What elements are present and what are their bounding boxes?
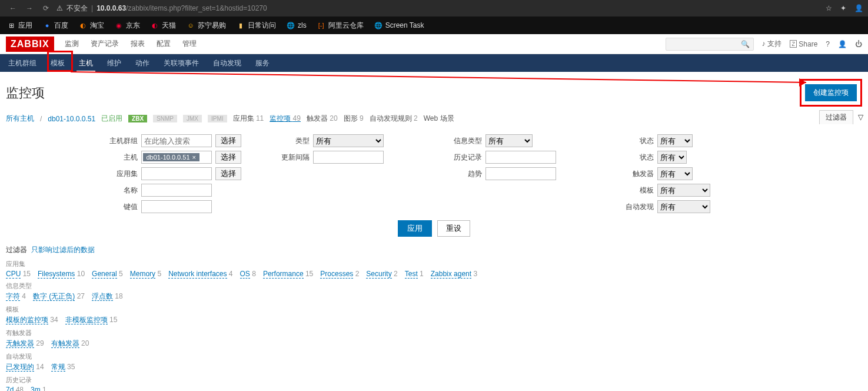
filter-interval-input[interactable] <box>313 151 384 164</box>
filter-template-select[interactable]: 所有 <box>657 184 710 197</box>
filter-app-input[interactable] <box>141 167 212 180</box>
bookmark-tmall[interactable]: ◐天猫 <box>151 21 176 31</box>
bookmark-baidu[interactable]: ●百度 <box>43 21 68 31</box>
subfilter-item[interactable]: 已发现的 <box>6 363 34 372</box>
filter-type-select[interactable]: 所有 <box>313 134 384 147</box>
filter-hostgroup-input[interactable] <box>141 134 212 147</box>
bc-graphs[interactable]: 图形 9 <box>344 114 364 124</box>
bookmark-suning[interactable]: ☺苏宁易购 <box>187 21 226 31</box>
subfilter-item[interactable]: 数字 (无正负) <box>33 292 75 301</box>
subfilter-item[interactable]: 字符 <box>6 292 20 301</box>
support-link[interactable]: ♪ 支持 <box>762 39 781 49</box>
nav-config[interactable]: 配置 <box>157 39 171 49</box>
bc-items[interactable]: 监控项 49 <box>270 114 301 124</box>
filter-app-select-btn[interactable]: 选择 <box>215 167 241 180</box>
subfilter-item[interactable]: 3m <box>31 386 41 391</box>
filter-triggers-select[interactable]: 所有 <box>657 167 693 180</box>
subfilter-item[interactable]: 7d <box>6 386 14 391</box>
filter-status-select[interactable]: 所有 <box>657 151 687 164</box>
subfilter-item[interactable]: OS <box>240 270 250 279</box>
subfilter-item[interactable]: Test <box>405 270 418 279</box>
profile-icon[interactable]: 👤 <box>854 4 863 12</box>
bookmark-apps[interactable]: ⊞应用 <box>7 21 32 31</box>
bc-discovery-rules[interactable]: 自动发现规则 2 <box>370 114 418 124</box>
filter-name-input[interactable] <box>141 184 212 197</box>
subfilter-group-title: 有触发器 <box>6 329 862 337</box>
filter-hostgroup-select-btn[interactable]: 选择 <box>215 134 241 147</box>
subnav-maintenance[interactable]: 维护 <box>105 54 124 72</box>
subnav-hostgroups[interactable]: 主机群组 <box>6 54 39 72</box>
subnav-actions[interactable]: 动作 <box>133 54 152 72</box>
subfilter-item[interactable]: 有触发器 <box>51 339 79 348</box>
favorite-icon[interactable]: ☆ <box>826 4 832 12</box>
bookmark-aliyun[interactable]: [-]阿里云仓库 <box>317 21 364 31</box>
nav-admin[interactable]: 管理 <box>182 39 197 49</box>
bc-all-hosts[interactable]: 所有主机 <box>6 114 34 124</box>
reload-icon[interactable]: ⟳ <box>38 4 54 12</box>
filter-host-select-btn[interactable]: 选择 <box>215 151 241 164</box>
filter-host-tag[interactable]: db01-10.0.0.51× <box>143 153 199 161</box>
bc-host[interactable]: db01-10.0.0.51 <box>48 115 95 123</box>
zabbix-header: ZABBIX 监测 资产记录 报表 配置 管理 🔍 ♪ 支持 🅉 Share ?… <box>0 34 868 54</box>
subfilter-item[interactable]: 非模板监控项 <box>65 316 108 324</box>
subfilter-item[interactable]: Network interfaces <box>168 270 227 279</box>
subnav-services[interactable]: 服务 <box>253 54 272 72</box>
share-link[interactable]: 🅉 Share <box>790 40 817 48</box>
create-item-button[interactable]: 创建监控项 <box>805 84 857 101</box>
logout-icon[interactable]: ⏻ <box>855 40 862 48</box>
page-title: 监控项 <box>6 84 45 102</box>
subfilter-item[interactable]: 模板的监控项 <box>6 316 48 324</box>
bookmark-taobao[interactable]: ◐淘宝 <box>79 21 104 31</box>
subfilter-item[interactable]: Security <box>366 270 391 279</box>
bc-triggers[interactable]: 触发器 20 <box>307 114 338 124</box>
nav-assets[interactable]: 资产记录 <box>91 39 119 49</box>
bc-apps[interactable]: 应用集 11 <box>233 114 264 124</box>
zabbix-logo[interactable]: ZABBIX <box>6 37 54 52</box>
bookmark-zls[interactable]: 🌐zls <box>287 21 307 29</box>
subfilter-item[interactable]: Zabbix agent <box>431 270 471 279</box>
bookmark-jd[interactable]: ◉京东 <box>115 21 140 31</box>
subfilter-item[interactable]: 常规 <box>51 363 65 372</box>
subfilter-item[interactable]: 无触发器 <box>6 339 34 348</box>
subfilter-item[interactable]: Filesystems <box>38 270 75 279</box>
filter-history-input[interactable] <box>485 151 556 164</box>
filter-discovery-select[interactable]: 所有 <box>657 200 710 213</box>
nav-monitor[interactable]: 监测 <box>65 39 79 49</box>
filter-key-input[interactable] <box>141 200 212 213</box>
subnav-hosts[interactable]: 主机 <box>77 54 95 72</box>
subfilter-group-title: 历史记录 <box>6 376 862 385</box>
reset-filter-button[interactable]: 重设 <box>437 220 470 237</box>
user-icon[interactable]: 👤 <box>838 40 847 48</box>
security-label: 不安全 <box>66 4 88 14</box>
bookmark-daily[interactable]: ▮日常访问 <box>237 21 276 31</box>
subnav-correlation[interactable]: 关联项事件 <box>161 54 201 72</box>
help-icon[interactable]: ? <box>826 40 830 48</box>
filter-toggle-icon[interactable]: ▽ <box>858 113 863 121</box>
subnav-templates[interactable]: 模板 <box>48 54 67 72</box>
apply-filter-button[interactable]: 应用 <box>398 220 432 237</box>
subfilter-item[interactable]: Memory <box>130 270 155 279</box>
global-search[interactable]: 🔍 <box>666 38 754 51</box>
forward-icon[interactable]: → <box>21 4 38 12</box>
subfilter-item[interactable]: Performance <box>263 270 304 279</box>
back-icon[interactable]: ← <box>5 4 21 12</box>
subfilter-item[interactable]: 浮点数 <box>92 292 113 301</box>
nav-reports[interactable]: 报表 <box>131 39 145 49</box>
url[interactable]: 10.0.0.63/zabbix/items.php?filter_set=1&… <box>97 4 267 12</box>
subfilter-count: 3 <box>471 270 477 278</box>
subfilter-group-title: 模板 <box>6 305 862 314</box>
filter-state-select[interactable]: 所有 <box>657 134 693 147</box>
remove-host-tag-icon[interactable]: × <box>192 154 196 161</box>
bookmark-screen[interactable]: 🌐Screen Task <box>374 21 424 29</box>
subfilter-item[interactable]: CPU <box>6 270 21 279</box>
filter-tab[interactable]: 过滤器 <box>819 110 853 124</box>
subfilter-item[interactable]: General <box>92 270 117 279</box>
subfilter-item[interactable]: Processes <box>320 270 353 279</box>
filter-trends-input[interactable] <box>485 167 556 180</box>
badge-zbx: ZBX <box>128 115 147 122</box>
filter-infotype-select[interactable]: 所有 <box>485 134 533 147</box>
bc-web[interactable]: Web 场景 <box>424 114 454 124</box>
subfilter-note: 只影响过滤后的数据 <box>31 246 95 254</box>
subnav-discovery[interactable]: 自动发现 <box>211 54 244 72</box>
extensions-icon[interactable]: ✦ <box>840 4 846 12</box>
